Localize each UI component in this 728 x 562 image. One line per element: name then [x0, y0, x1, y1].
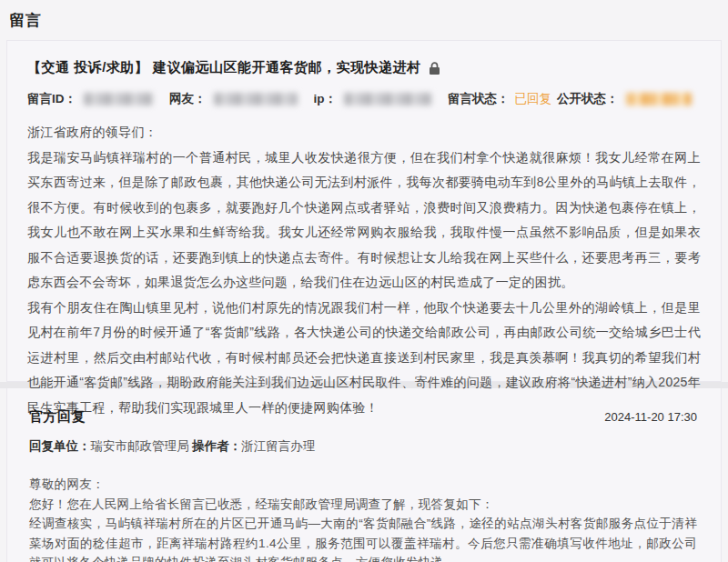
reply-timestamp: 2024-11-20 17:30 — [604, 410, 697, 424]
message-status-label: 留言状态： — [448, 91, 510, 107]
redacted-public-status — [626, 93, 692, 105]
redacted-message-id — [84, 93, 153, 105]
reply-meta-row: 回复单位：瑞安市邮政管理局 操作者：浙江留言办理 — [29, 438, 697, 455]
message-paragraph-1: 我是瑞安马屿镇祥瑞村的一个普通村民，城里人收发快递很方便，但在我们村拿个快递就很… — [27, 146, 701, 296]
reply-body: 尊敬的网友： 您好！您在人民网上给省长留言已收悉，经瑞安邮政管理局调查了解，现答… — [29, 475, 697, 562]
message-body: 浙江省政府的领导们： 我是瑞安马屿镇祥瑞村的一个普通村民，城里人收发快递很方便，… — [27, 120, 701, 420]
redacted-netizen-name — [214, 93, 298, 105]
ip-label: ip： — [314, 91, 338, 107]
status-badge: 已回复 — [510, 91, 558, 107]
message-paragraph-greeting: 浙江省政府的领导们： — [27, 120, 701, 146]
official-reply-title: 官方回复 — [29, 408, 86, 426]
message-card: 【交通 投诉/求助】 建议偏远山区能开通客货邮，实现快递进村 留言ID： 网友：… — [6, 40, 722, 382]
reply-unit-value: 瑞安市邮政管理局 — [91, 439, 189, 453]
public-status-label: 公开状态： — [557, 91, 619, 107]
reply-unit-label: 回复单位： — [29, 439, 91, 453]
lock-icon — [429, 62, 440, 75]
netizen-label: 网友： — [169, 91, 207, 107]
page-title: 留言 — [0, 0, 728, 40]
redacted-ip-address — [344, 93, 431, 105]
reply-paragraph-greeting: 尊敬的网友： — [29, 475, 697, 495]
message-meta-row: 留言ID： 网友： ip： 留言状态： 已回复 公开状态： — [27, 91, 701, 107]
message-id-label: 留言ID： — [27, 91, 76, 107]
reply-operator-label: 操作者： — [192, 439, 241, 453]
message-title: 【交通 投诉/求助】 建议偏远山区能开通客货邮，实现快递进村 — [27, 59, 421, 76]
reply-paragraph-2: 经调查核实，马屿镇祥瑞村所在的片区已开通马屿—大南的“客货邮融合”线路，途径的站… — [29, 514, 697, 562]
reply-paragraph-1: 您好！您在人民网上给省长留言已收悉，经瑞安邮政管理局调查了解，现答复如下： — [29, 495, 697, 515]
reply-operator-value: 浙江留言办理 — [241, 439, 315, 453]
